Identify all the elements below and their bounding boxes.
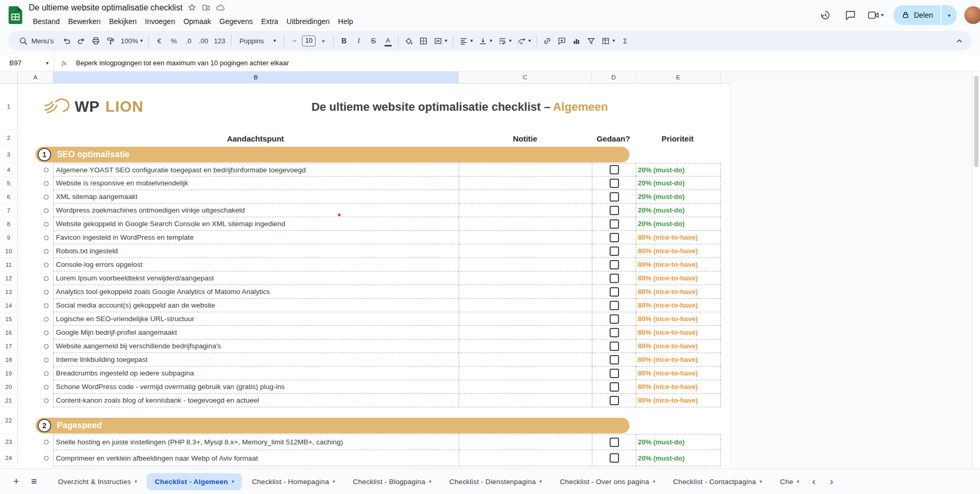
decrease-font-size-button[interactable]: −	[287, 33, 301, 48]
cell-c7[interactable]	[459, 204, 592, 217]
vertical-scrollbar[interactable]	[972, 72, 980, 468]
cell-a10[interactable]	[18, 244, 53, 258]
row-header-21[interactable]: 21	[0, 394, 18, 407]
cell-e20[interactable]: 80% (nice-to-have)	[636, 380, 721, 394]
cell-b16[interactable]: Google Mijn bedrijf-profiel aangemaakt	[53, 326, 459, 339]
checkbox-unchecked[interactable]	[610, 179, 619, 188]
text-rotation-button[interactable]: A▾	[515, 33, 533, 48]
row-header-16[interactable]: 16	[0, 326, 18, 339]
name-box[interactable]: B97 ▾	[0, 55, 54, 71]
cell-b12[interactable]: Lorem Ipsum voorbeeldtekst verwijderd/aa…	[53, 272, 459, 285]
cell-c10[interactable]	[459, 244, 592, 258]
number-format-button[interactable]: 123	[211, 33, 228, 48]
checkbox-unchecked[interactable]	[610, 438, 619, 447]
tabs-scroll-right-button[interactable]: ›	[824, 474, 839, 489]
checkbox-unchecked[interactable]	[610, 382, 619, 392]
cell-a14[interactable]	[18, 299, 53, 312]
text-color-button[interactable]: A	[381, 33, 395, 48]
hide-toolbar-button[interactable]	[952, 33, 966, 48]
cell-e8[interactable]: 20% (must-do)	[636, 217, 721, 231]
percent-format-button[interactable]: %	[167, 33, 181, 48]
menu-help[interactable]: Help	[334, 16, 357, 27]
scrollbar-thumb[interactable]	[974, 76, 978, 167]
cell-e19[interactable]: 80% (nice-to-have)	[636, 367, 721, 380]
checkbox-unchecked[interactable]	[610, 165, 619, 174]
italic-button[interactable]: I	[352, 33, 366, 48]
row-header-4[interactable]: 4	[0, 163, 18, 177]
cell-e9[interactable]: 80% (nice-to-have)	[636, 231, 721, 244]
share-button[interactable]: Delen	[893, 5, 940, 25]
row-header-9[interactable]: 9	[0, 231, 18, 244]
bold-button[interactable]: B	[337, 33, 351, 48]
row-header-17[interactable]: 17	[0, 339, 18, 353]
cell-c21[interactable]	[459, 394, 592, 407]
cell-e21[interactable]: 80% (nice-to-have)	[636, 394, 721, 407]
cell-b10[interactable]: Robots.txt ingesteld	[53, 244, 459, 258]
cell-a6[interactable]	[18, 190, 53, 204]
cell-c15[interactable]	[459, 312, 592, 326]
menu-bestand[interactable]: Bestand	[29, 16, 64, 27]
cell-d6[interactable]	[592, 190, 636, 204]
tab-checklist-blogpagina[interactable]: Checklist - Blogpagina▾	[345, 473, 439, 490]
cell-e15[interactable]: 80% (nice-to-have)	[636, 312, 721, 326]
cell-d15[interactable]	[592, 312, 636, 326]
cell-a13[interactable]	[18, 285, 53, 299]
cell-a16[interactable]	[18, 326, 53, 339]
merge-cells-button[interactable]: ▾	[431, 33, 450, 48]
cell-c11[interactable]	[459, 258, 592, 272]
cell-b15[interactable]: Logische en SEO-vriendelijke URL-structu…	[53, 312, 459, 326]
cell-e7[interactable]: 20% (must-do)	[636, 204, 721, 217]
cell-c14[interactable]	[459, 299, 592, 312]
checkbox-unchecked[interactable]	[610, 369, 619, 378]
all-sheets-button[interactable]: ≡	[25, 473, 43, 490]
cell-c12[interactable]	[459, 272, 592, 285]
cell-d18[interactable]	[592, 353, 636, 367]
search-menus-button[interactable]: Menu's	[14, 33, 59, 48]
cell-b14[interactable]: Social media account(s) gekoppeld aan de…	[53, 299, 459, 312]
row-header-8[interactable]: 8	[0, 217, 18, 231]
tab-checklist-contactpagina[interactable]: Checklist - Contactpagina▾	[665, 473, 770, 490]
row-header-23[interactable]: 23	[0, 434, 18, 450]
row-header-1[interactable]: 1	[0, 84, 18, 130]
cell-d17[interactable]	[592, 339, 636, 353]
cell-a11[interactable]	[18, 258, 53, 272]
cell-b5[interactable]: Website is responsive en mobielvriendeli…	[53, 177, 459, 190]
meet-button[interactable]: ▾	[864, 4, 887, 26]
create-filter-button[interactable]	[584, 33, 598, 48]
cell-d23[interactable]	[592, 434, 636, 450]
horizontal-align-button[interactable]: ▾	[457, 33, 475, 48]
cell-a12[interactable]	[18, 272, 53, 285]
document-title[interactable]: De ultieme website optimalisatie checkli…	[29, 3, 182, 13]
cell-c16[interactable]	[459, 326, 592, 339]
cell-c24[interactable]	[459, 450, 592, 466]
checkbox-unchecked[interactable]	[610, 260, 619, 269]
row-header-24[interactable]: 24	[0, 450, 18, 466]
row-header-2[interactable]: 2	[0, 130, 18, 146]
cell-a7[interactable]	[18, 204, 53, 217]
cell-b13[interactable]: Analytics tool gekoppeld zoals Google An…	[53, 285, 459, 299]
cell-e6[interactable]: 20% (must-do)	[636, 190, 721, 204]
cell-c9[interactable]	[459, 231, 592, 244]
redo-button[interactable]	[74, 33, 88, 48]
cell-d12[interactable]	[592, 272, 636, 285]
checkbox-unchecked[interactable]	[610, 301, 619, 310]
fill-color-button[interactable]	[402, 33, 416, 48]
column-header-a[interactable]: A	[18, 72, 53, 83]
insert-link-button[interactable]	[540, 33, 554, 48]
grid-corner[interactable]	[0, 72, 18, 83]
row-header-5[interactable]: 5	[0, 177, 18, 190]
cell-a18[interactable]	[18, 353, 53, 367]
cell-b23[interactable]: Snelle hosting en juiste instellingen (P…	[53, 434, 459, 450]
star-icon[interactable]	[188, 3, 196, 12]
cell-b9[interactable]: Favicon ingesteld in WordPress en templa…	[53, 231, 459, 244]
cell-d9[interactable]	[592, 231, 636, 244]
row-header-13[interactable]: 13	[0, 285, 18, 299]
cell-e18[interactable]: 80% (nice-to-have)	[636, 353, 721, 367]
column-header-d[interactable]: D	[592, 72, 636, 83]
cell-d8[interactable]	[592, 217, 636, 231]
cell-b7[interactable]: Wordpress zoekmachines ontmoedigen vinkj…	[53, 204, 459, 217]
cell-a20[interactable]	[18, 380, 53, 394]
cell-b21[interactable]: Content-kanon zoals blog of kennisbank -…	[53, 394, 459, 407]
table-views-button[interactable]: ▾	[599, 33, 617, 48]
menu-bewerken[interactable]: Bewerken	[64, 16, 104, 27]
